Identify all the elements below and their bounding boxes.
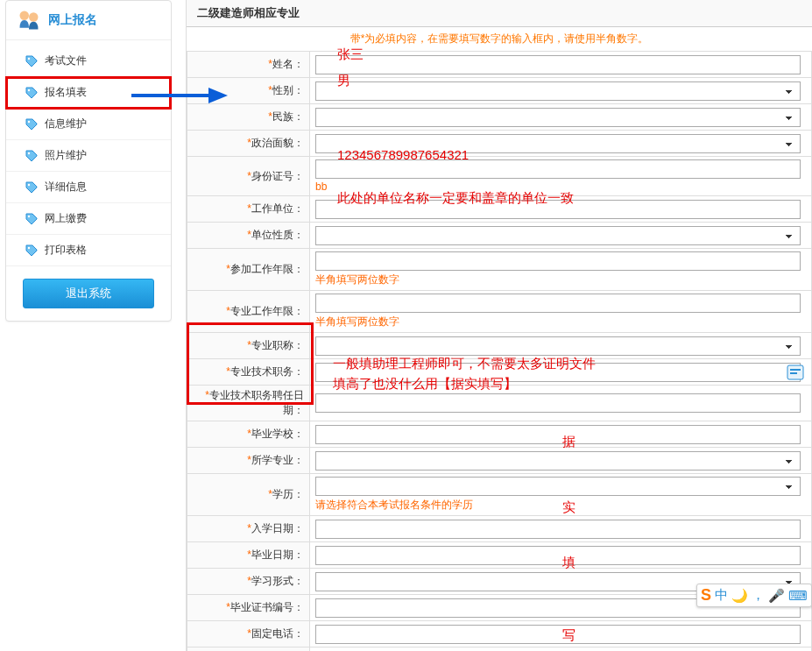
svg-rect-13 [790,372,797,374]
form-table: *姓名： *性别： *民族： *政治面貌： *身份证号： bb *工作单位： [187,51,812,651]
sidebar-item-info-maintain[interactable]: 信息维护 [6,109,171,140]
label-cert-no: *毕业证书编号： [187,595,310,621]
tag-icon [25,55,38,67]
section-title: 二级建造师相应专业 [187,0,812,27]
svg-rect-12 [790,369,801,371]
avatar-icon [17,8,41,32]
label-grad-school: *毕业学校： [187,421,310,448]
degree-hint: 请选择符合本考试报名条件的学历 [315,498,806,513]
sidebar-item-detail-info[interactable]: 详细信息 [6,172,171,203]
label-email: *电子邮箱： [187,647,310,652]
svg-point-6 [28,183,30,185]
svg-point-3 [28,88,30,90]
label-degree: *学历： [187,474,310,516]
ime-mic-icon[interactable]: 🎤 [768,588,785,604]
sidebar-item-label: 详细信息 [45,180,87,195]
lookup-icon[interactable] [787,364,804,380]
ime-toolbar[interactable]: S 中 🌙 ， 🎤 ⌨ [696,584,812,607]
degree-select[interactable] [315,477,801,496]
political-select[interactable] [315,134,801,153]
sidebar-item-label: 信息维护 [45,117,87,131]
label-work-years: *参加工作年限： [187,249,310,291]
tag-icon [25,181,38,194]
tech-post-input[interactable] [315,363,801,382]
unit-type-select[interactable] [315,226,801,245]
grad-date-input[interactable] [315,546,801,565]
idno-input[interactable] [315,159,801,179]
sidebar-header: 网上报名 [6,1,171,40]
label-name: *姓名： [187,52,310,78]
tag-icon [25,150,38,162]
pro-years-input[interactable] [315,294,801,313]
label-unit-type: *单位性质： [187,223,310,249]
sidebar-item-photo-maintain[interactable]: 照片维护 [6,140,171,172]
pro-years-hint: 半角填写两位数字 [315,315,806,329]
svg-point-7 [28,215,30,216]
tag-icon [25,118,38,131]
pro-title-select[interactable] [315,336,801,356]
ethnic-select[interactable] [315,108,801,127]
arrow-annotation [131,85,228,106]
sidebar-item-label: 照片维护 [45,148,87,163]
label-idno: *身份证号： [187,157,310,196]
name-input[interactable] [315,55,801,74]
svg-point-4 [28,120,30,122]
tag-icon [25,87,38,99]
sidebar-item-exam-docs[interactable]: 考试文件 [6,46,171,77]
grad-school-input[interactable] [315,425,801,444]
label-grad-date: *毕业日期： [187,542,310,569]
svg-marker-10 [208,88,228,103]
sidebar-item-online-pay[interactable]: 网上缴费 [6,203,171,235]
svg-point-0 [20,11,30,21]
nav-list: 考试文件 报名填表 信息维护 照片维护 详细信息 网上缴费 打印表格 [6,46,171,266]
label-enroll-date: *入学日期： [187,516,310,542]
workunit-input[interactable] [315,200,801,219]
sidebar-item-label: 网上缴费 [45,211,87,226]
content-area: 二级建造师相应专业 带*为必填内容，在需要填写数字的输入框内，请使用半角数字。 … [186,0,812,651]
idno-hint: bb [315,180,806,193]
label-tech-post-date: *专业技术职务聘任日期： [187,386,310,421]
ime-moon-icon[interactable]: 🌙 [731,588,748,604]
ime-punct-icon[interactable]: ， [752,587,765,604]
logout-button[interactable]: 退出系统 [23,279,154,308]
tag-icon [25,213,38,225]
svg-point-8 [28,246,30,248]
label-major: *所学专业： [187,448,310,474]
ime-keyboard-icon[interactable]: ⌨ [788,588,808,604]
svg-point-2 [28,57,30,59]
label-political: *政治面貌： [187,131,310,157]
sidebar-item-print-form[interactable]: 打印表格 [6,235,171,266]
ime-logo-icon: S [701,586,711,605]
label-study-form: *学习形式： [187,569,310,595]
sidebar-item-label: 考试文件 [45,53,87,68]
sidebar-item-label: 打印表格 [45,243,87,258]
phone-input[interactable] [315,625,801,644]
label-ethnic: *民族： [187,104,310,131]
label-phone: *固定电话： [187,621,310,647]
label-workunit: *工作单位： [187,196,310,223]
tech-post-date-input[interactable] [315,393,801,413]
sidebar-title: 网上报名 [48,12,97,28]
sidebar-item-label: 报名填表 [45,85,87,100]
gender-select[interactable] [315,81,801,101]
label-pro-title: *专业职称： [187,333,310,359]
svg-point-1 [29,12,39,22]
tag-icon [25,244,38,257]
label-tech-post: *专业技术职务： [187,359,310,386]
form-note: 带*为必填内容，在需要填写数字的输入框内，请使用半角数字。 [187,27,812,51]
work-years-input[interactable] [315,251,801,271]
label-pro-years: *专业工作年限： [187,291,310,333]
sidebar: 网上报名 考试文件 报名填表 信息维护 照片维护 详细信息 网上缴费 打印表 [5,0,172,322]
work-years-hint: 半角填写两位数字 [315,272,806,287]
enroll-date-input[interactable] [315,520,801,539]
major-select[interactable] [315,451,801,471]
svg-point-5 [28,152,30,153]
ime-lang-indicator[interactable]: 中 [715,587,728,604]
